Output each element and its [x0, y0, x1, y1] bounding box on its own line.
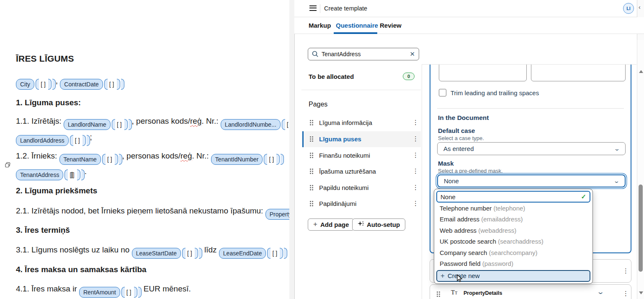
trim-spaces-label: Trim leading and trailing spaces [451, 89, 539, 96]
doc-line-1-1: 1.1. Izīrētājs: LandlordName[ ], persona… [16, 117, 289, 130]
page-row-liguma-informacija[interactable]: Līguma informācija ⋮ [302, 115, 421, 131]
page-row-papildu-noteikumi[interactable]: Papildu noteikumi ⋮ [302, 180, 421, 196]
field-tag-tenant-name[interactable]: TenantName[ ] [59, 154, 122, 165]
default-case-select[interactable]: As entered ⌄ [437, 142, 626, 155]
scroll-up-icon[interactable] [639, 70, 643, 73]
kebab-menu-icon[interactable]: ⋮ [412, 151, 417, 159]
mask-option-email[interactable]: Email address (emailaddress) [436, 214, 590, 225]
field-tag-lease-start[interactable]: LeaseStartDate[ ] [132, 248, 202, 259]
panel-gutter [289, 0, 294, 299]
search-input[interactable] [322, 48, 405, 60]
kebab-menu-icon[interactable]: ⋮ [623, 290, 628, 297]
drag-handle-icon[interactable] [310, 185, 313, 190]
element-text-field-2[interactable] [531, 65, 626, 81]
field-tag-tenant-id[interactable]: TenantIdNumber[ ] [211, 154, 284, 165]
element-properties-viewport: Trim leading and trailing spaces In the … [422, 65, 637, 299]
element-name: PropertyDetails [464, 290, 502, 296]
misspelled-word: reģ [180, 151, 192, 160]
field-tag-landlord-id[interactable]: LandlordIdNumbe...[ ] [221, 119, 289, 130]
page-row-liguma-puses[interactable]: Līguma puses ⋮ [302, 131, 421, 147]
mask-option-company-search[interactable]: Company search (searchcompany) [436, 247, 590, 258]
avatar[interactable]: LI [623, 3, 634, 14]
drag-handle-icon[interactable] [310, 201, 313, 206]
kebab-menu-icon[interactable]: ⋮ [412, 119, 417, 126]
mask-option-password[interactable]: Password field (password) [436, 258, 590, 269]
scrollbar-thumb[interactable] [639, 185, 643, 272]
doc-heading-4: 4. Īres maksa un samaksas kārtība [16, 265, 147, 274]
doc-line-tags: City[ ], ContractDate[ ] [16, 76, 124, 90]
tab-bar: Markup Questionnaire Review [294, 17, 644, 34]
divider [437, 108, 624, 109]
document-preview: ĪRES LĪGUMS City[ ], ContractDate[ ] 1. … [0, 0, 289, 299]
add-page-button[interactable]: + Add page [308, 218, 354, 231]
element-search: ✕ [308, 48, 419, 60]
field-tag-city[interactable]: City[ ] [16, 79, 56, 90]
default-case-help: Select a case type. [438, 135, 484, 141]
field-tag-tenant-address[interactable]: TenantAddress[] [16, 169, 85, 180]
mask-option-uk-postcode[interactable]: UK postcode search (searchaddress) [436, 236, 590, 247]
sparkle-icon [358, 221, 364, 229]
doc-line-1-1b: LandlordAddress[ ]; [16, 133, 92, 146]
kebab-menu-icon[interactable]: ⋮ [412, 200, 417, 207]
trim-spaces-checkbox[interactable] [439, 89, 446, 96]
mask-option-web[interactable]: Web address (webaddress) [436, 225, 590, 236]
clear-search-icon[interactable]: ✕ [410, 50, 415, 58]
field-tag-rent[interactable]: RentAmount[ ] [79, 287, 142, 298]
doc-line-1-2b: TenantAddress[]. [16, 167, 87, 180]
tag-paren-icon [48, 79, 52, 90]
properties-scrollbar[interactable] [637, 40, 644, 299]
selected-indicator [302, 131, 304, 147]
mask-option-telephone[interactable]: Telephone number (telephone) [436, 203, 590, 213]
doc-heading-2: 2. Līguma priekšmets [16, 186, 97, 195]
divider [320, 4, 320, 13]
tab-review[interactable]: Review [380, 22, 402, 29]
page-row-ipasuma-uzturesana[interactable]: Īpašuma uzturēšana ⋮ [302, 164, 421, 179]
field-tag-lease-end[interactable]: LeaseEndDate[ ] [219, 248, 287, 259]
doc-line-4-1: 4.1. Īres maksa ir RentAmount[ ] EUR mēn… [16, 284, 191, 298]
kebab-menu-icon[interactable]: ⋮ [412, 135, 417, 143]
drag-handle-icon[interactable] [310, 169, 313, 174]
kebab-menu-icon[interactable]: ⋮ [623, 267, 628, 275]
drag-handle-icon[interactable] [310, 136, 313, 142]
text-cursor [72, 172, 72, 178]
field-tag-landlord-address[interactable]: LandlordAddress[ ] [16, 135, 90, 146]
divider [301, 90, 421, 90]
drag-handle-icon[interactable] [310, 120, 313, 125]
chevron-down-icon: ⌄ [614, 146, 620, 152]
field-tag-property[interactable]: PropertyDetails[ ] [265, 209, 289, 220]
mask-dropdown-menu: None ✓ Telephone number (telephone) Emai… [434, 189, 593, 284]
tab-markup[interactable]: Markup [309, 22, 331, 29]
kebab-menu-icon[interactable]: ⋮ [412, 184, 417, 191]
auto-setup-button[interactable]: Auto-setup [352, 218, 405, 231]
page-row-finansu-noteikumi[interactable]: Finanšu noteikumi ⋮ [302, 148, 421, 164]
text-input-type-icon: TT [451, 289, 457, 296]
property-details-card[interactable]: TT PropertyDetails ⌄ ⋮ [430, 284, 631, 299]
tab-questionnaire[interactable]: Questionnaire [336, 22, 378, 29]
allocated-count-badge: 0 [403, 73, 415, 80]
kebab-menu-icon[interactable]: ⋮ [412, 167, 417, 175]
collapse-panel-icon[interactable]: ‹ [639, 4, 641, 10]
field-tag-landlord-name[interactable]: LandlordName[ ] [64, 119, 132, 130]
active-tab-indicator [334, 32, 377, 34]
hamburger-menu-icon[interactable] [309, 5, 317, 11]
mask-select[interactable]: None ⌄ [437, 174, 626, 187]
mask-label: Mask [438, 160, 454, 167]
pages-heading: Pages [309, 101, 327, 108]
mask-option-none[interactable]: None ✓ [436, 191, 590, 203]
search-icon [312, 51, 319, 59]
scroll-down-icon[interactable] [639, 291, 643, 294]
doc-line-3-1: 3.1. Līgums noslēgts uz laiku no LeaseSt… [16, 245, 287, 259]
tag-label: City [16, 79, 34, 90]
default-case-label: Default case [438, 127, 475, 134]
chevron-down-icon: ⌄ [613, 178, 620, 184]
drag-handle-icon[interactable] [437, 291, 440, 297]
chevron-down-icon[interactable]: ⌄ [597, 288, 605, 296]
mouse-cursor [456, 274, 463, 284]
element-text-field-1[interactable] [439, 65, 527, 81]
copy-icon[interactable] [5, 162, 11, 170]
field-tag-contract-date[interactable]: ContractDate[ ] [60, 79, 124, 90]
page-row-papildinajumi[interactable]: Papildinājumi ⋮ [302, 196, 421, 212]
plus-icon: + [313, 220, 317, 229]
drag-handle-icon[interactable] [310, 153, 313, 158]
misspelled-word: reģ [190, 117, 201, 125]
